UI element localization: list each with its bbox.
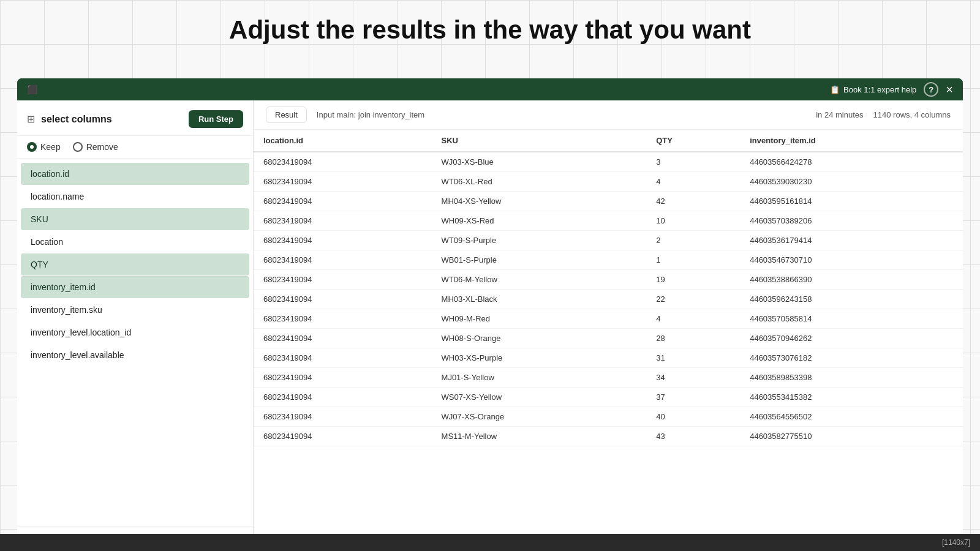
table-cell: 4 (646, 172, 740, 192)
table-cell: 43 (646, 427, 740, 446)
columns-icon: ⊞ (27, 113, 35, 125)
time-info: in 24 minutes (816, 110, 863, 119)
table-cell: WH09-M-Red (432, 309, 647, 329)
table-cell: 19 (646, 270, 740, 290)
table-cell: 44603538866390 (740, 270, 963, 290)
app-icon: ⬛ (27, 84, 37, 94)
table-cell: 44603595161814 (740, 192, 963, 211)
sidebar-title-row: ⊞ select columns (27, 113, 112, 125)
table-cell: 68023419094 (254, 407, 432, 427)
table-cell: 68023419094 (254, 172, 432, 192)
table-row: 68023419094MS11-M-Yellow4344603582775510 (254, 427, 963, 446)
column-item[interactable]: inventory_level.location_id (21, 321, 249, 343)
table-cell: 68023419094 (254, 211, 432, 231)
table-cell: 44603589853398 (740, 368, 963, 388)
table-cell: 68023419094 (254, 152, 432, 172)
keep-label: Keep (40, 142, 61, 152)
table-cell: 68023419094 (254, 388, 432, 407)
result-tab[interactable]: Result (266, 107, 307, 123)
table-cell: 1 (646, 250, 740, 270)
table-cell: 44603564556502 (740, 407, 963, 427)
bottom-status: [1140x7] (942, 538, 970, 547)
table-cell: 44603570946262 (740, 329, 963, 348)
table-row: 68023419094WH09-XS-Red1044603570389206 (254, 211, 963, 231)
table-cell: MS11-M-Yellow (432, 427, 647, 446)
column-item[interactable]: location.name (21, 186, 249, 208)
input-label: Input main: join inventory_item (317, 110, 424, 119)
close-button[interactable]: × (946, 83, 953, 96)
table-cell: WJ03-XS-Blue (432, 152, 647, 172)
remove-radio-circle (73, 142, 83, 152)
table-cell: 68023419094 (254, 309, 432, 329)
table-row: 68023419094WT06-XL-Red444603539030230 (254, 172, 963, 192)
table-cell: 3 (646, 152, 740, 172)
table-cell: WB01-S-Purple (432, 250, 647, 270)
left-sidebar: ⊞ select columns Run Step Keep Remove lo… (17, 100, 254, 551)
table-cell: MH04-XS-Yellow (432, 192, 647, 211)
panel-header: ⬛ 📋 Book 1:1 expert help ? × (17, 78, 963, 100)
table-cell: 68023419094 (254, 231, 432, 250)
table-row: 68023419094MH04-XS-Yellow424460359516181… (254, 192, 963, 211)
table-cell: 68023419094 (254, 368, 432, 388)
table-cell: WH03-XS-Purple (432, 348, 647, 368)
header-right: 📋 Book 1:1 expert help ? × (830, 82, 953, 97)
keep-remove-row: Keep Remove (17, 136, 253, 159)
table-cell: MH03-XL-Black (432, 290, 647, 309)
column-item[interactable]: QTY (21, 253, 249, 276)
column-item[interactable]: SKU (21, 208, 249, 230)
table-header-cell: inventory_item.id (740, 130, 963, 152)
table-cell: MJ01-S-Yellow (432, 368, 647, 388)
table-cell: 40 (646, 407, 740, 427)
table-cell: 44603536179414 (740, 231, 963, 250)
table-header-cell: QTY (646, 130, 740, 152)
table-cell: 44603570389206 (740, 211, 963, 231)
table-cell: WS07-XS-Yellow (432, 388, 647, 407)
main-panel: ⬛ 📋 Book 1:1 expert help ? × ⊞ select co… (17, 78, 963, 551)
table-cell: 68023419094 (254, 270, 432, 290)
table-cell: 68023419094 (254, 427, 432, 446)
run-step-button[interactable]: Run Step (189, 110, 243, 128)
table-row: 68023419094WJ03-XS-Blue344603566424278 (254, 152, 963, 172)
column-item[interactable]: inventory_level.available (21, 344, 249, 366)
table-cell: 44603570585814 (740, 309, 963, 329)
book-expert-label: Book 1:1 expert help (843, 85, 916, 94)
column-item[interactable]: inventory_item.id (21, 276, 249, 298)
table-cell: 44603582775510 (740, 427, 963, 446)
bottom-bar: [1140x7] (0, 534, 980, 551)
table-cell: 10 (646, 211, 740, 231)
table-cell: 34 (646, 368, 740, 388)
remove-radio[interactable]: Remove (73, 142, 118, 152)
rows-info: 1140 rows, 4 columns (873, 110, 951, 119)
table-cell: 31 (646, 348, 740, 368)
column-item[interactable]: Location (21, 231, 249, 253)
table-cell: 4 (646, 309, 740, 329)
results-table: location.idSKUQTYinventory_item.id 68023… (254, 130, 963, 446)
table-row: 68023419094WT06-M-Yellow1944603538866390 (254, 270, 963, 290)
table-cell: 28 (646, 329, 740, 348)
table-row: 68023419094MJ01-S-Yellow3444603589853398 (254, 368, 963, 388)
table-cell: 68023419094 (254, 192, 432, 211)
table-cell: 37 (646, 388, 740, 407)
sidebar-header: ⊞ select columns Run Step (17, 100, 253, 136)
table-cell: WT06-M-Yellow (432, 270, 647, 290)
column-item[interactable]: inventory_item.sku (21, 299, 249, 321)
table-cell: 44603596243158 (740, 290, 963, 309)
table-cell: 44603546730710 (740, 250, 963, 270)
column-item[interactable]: location.id (21, 163, 249, 185)
table-cell: 68023419094 (254, 329, 432, 348)
table-container[interactable]: location.idSKUQTYinventory_item.id 68023… (254, 130, 963, 551)
table-cell: WT09-S-Purple (432, 231, 647, 250)
table-row: 68023419094WB01-S-Purple144603546730710 (254, 250, 963, 270)
book-expert-link[interactable]: 📋 Book 1:1 expert help (830, 85, 916, 94)
table-cell: 2 (646, 231, 740, 250)
table-cell: 68023419094 (254, 250, 432, 270)
keep-radio[interactable]: Keep (27, 142, 61, 152)
table-cell: 42 (646, 192, 740, 211)
table-cell: WJ07-XS-Orange (432, 407, 647, 427)
table-cell: 22 (646, 290, 740, 309)
sidebar-title: select columns (41, 114, 112, 125)
table-cell: WT06-XL-Red (432, 172, 647, 192)
help-button[interactable]: ? (924, 82, 938, 97)
panel-content: ⊞ select columns Run Step Keep Remove lo… (17, 100, 963, 551)
table-row: 68023419094WH08-S-Orange2844603570946262 (254, 329, 963, 348)
